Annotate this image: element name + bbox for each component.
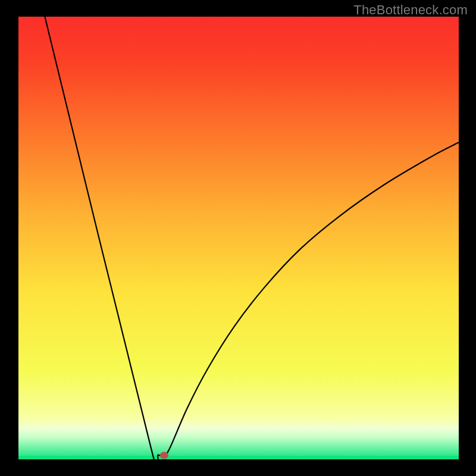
plot-background <box>18 17 459 459</box>
chart-svg <box>0 0 476 476</box>
chart-frame: TheBottleneck.com <box>0 0 476 476</box>
plot-bottom-band <box>18 456 459 459</box>
watermark-text: TheBottleneck.com <box>353 2 468 18</box>
optimal-point-marker <box>160 452 168 459</box>
